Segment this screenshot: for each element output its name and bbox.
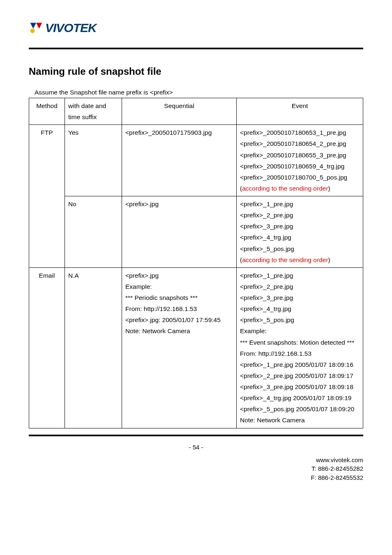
header-sequential: Sequential: [122, 98, 237, 125]
cell-sequential: <prefix>_20050107175903.jpg: [122, 125, 237, 196]
event-note: (according to the sending order): [240, 183, 360, 194]
event-line: <prefix>_2_pre.jpg 2005/01/07 18:09:17: [240, 370, 360, 381]
seq-line: Note: Network Camera: [125, 325, 233, 336]
divider-top: [29, 48, 363, 49]
event-line: <prefix>_1_pre.jpg: [240, 198, 360, 210]
event-line: <prefix>_4_trg.jpg: [240, 303, 360, 314]
footer-contact: www.vivotek.com T: 886-2-82455282 F: 886…: [29, 456, 363, 482]
cell-event: <prefix>_1_pre.jpg <prefix>_2_pre.jpg <p…: [237, 196, 363, 268]
divider-bottom: [29, 435, 363, 436]
event-note-red: according to the sending order: [242, 256, 328, 263]
event-line: <prefix>_4_trg.jpg 2005/01/07 18:09:19: [240, 392, 360, 403]
seq-line: <prefix>.jpg: 2005/01/07 17:59:45: [125, 314, 233, 325]
header-method: Method: [29, 98, 65, 125]
assume-text: Assume the Snapshot file name prefix is …: [35, 89, 363, 96]
seq-line: *** Periodic snapshots ***: [125, 292, 233, 303]
cell-suffix: Yes: [65, 125, 122, 196]
seq-line: From: http://192.168.1.53: [125, 303, 233, 314]
event-line: <prefix>_1_pre.jpg 2005/01/07 18:09:16: [240, 359, 360, 370]
event-note-red: according to the sending order: [242, 185, 328, 192]
event-line: <prefix>_4_trg.jpg: [240, 232, 360, 243]
header-suffix: with date and time suffix: [65, 98, 122, 125]
event-line: <prefix>_20050107180655_3_pre.jpg: [240, 150, 360, 161]
table-row: No <prefix>.jpg <prefix>_1_pre.jpg <pref…: [29, 196, 363, 268]
event-line: <prefix>_20050107180654_2_pre.jpg: [240, 138, 360, 149]
event-line: <prefix>_3_pre.jpg: [240, 292, 360, 303]
footer-fax: F: 886-2-82455532: [29, 473, 363, 482]
vivotek-logo-icon: [29, 21, 44, 35]
event-line: *** Event snapshots: Motion detected ***: [240, 337, 360, 348]
cell-suffix: N.A: [65, 267, 122, 428]
page-number: - 54 -: [29, 444, 363, 451]
event-line: <prefix>_3_pre.jpg: [240, 221, 360, 232]
footer-url: www.vivotek.com: [29, 456, 363, 465]
event-line: <prefix>_2_pre.jpg: [240, 281, 360, 292]
svg-marker-1: [36, 23, 42, 28]
event-line: <prefix>_20050107180700_5_pos.jpg: [240, 172, 360, 183]
svg-marker-0: [30, 23, 36, 28]
table-row: FTP Yes <prefix>_20050107175903.jpg <pre…: [29, 125, 363, 196]
event-line: <prefix>_20050107180659_4_trg.jpg: [240, 161, 360, 172]
document-page: VIVOTEK Naming rule of snapshot file Ass…: [0, 0, 392, 495]
header-event: Event: [237, 98, 363, 125]
cell-method: Email: [29, 267, 65, 428]
event-line: Example:: [240, 325, 360, 336]
svg-point-2: [30, 29, 35, 33]
event-line: <prefix>_3_pre.jpg 2005/01/07 18:09:18: [240, 381, 360, 392]
event-line: <prefix>_1_pre.jpg: [240, 270, 360, 281]
seq-line: Example:: [125, 281, 233, 292]
table-header-row: Method with date and time suffix Sequent…: [29, 98, 363, 125]
naming-rule-table: Method with date and time suffix Sequent…: [29, 98, 363, 428]
section-title: Naming rule of snapshot file: [29, 66, 363, 77]
footer-tel: T: 886-2-82455282: [29, 464, 363, 473]
cell-sequential: <prefix>.jpg Example: *** Periodic snaps…: [122, 267, 237, 428]
seq-line: <prefix>.jpg: [125, 270, 233, 281]
cell-method: FTP: [29, 125, 65, 268]
cell-event: <prefix>_1_pre.jpg <prefix>_2_pre.jpg <p…: [237, 267, 363, 428]
event-line: <prefix>_5_pos.jpg 2005/01/07 18:09:20: [240, 403, 360, 415]
logo-area: VIVOTEK: [29, 21, 363, 35]
logo-text: VIVOTEK: [45, 21, 97, 35]
paren: ): [328, 185, 330, 192]
cell-sequential: <prefix>.jpg: [122, 196, 237, 268]
event-line: Note: Network Camera: [240, 415, 360, 426]
paren: ): [328, 256, 330, 263]
event-line: <prefix>_5_pos.jpg: [240, 314, 360, 325]
cell-suffix: No: [65, 196, 122, 268]
table-row: Email N.A <prefix>.jpg Example: *** Peri…: [29, 267, 363, 428]
event-line: <prefix>_5_pos.jpg: [240, 243, 360, 254]
cell-event: <prefix>_20050107180653_1_pre.jpg <prefi…: [237, 125, 363, 196]
event-line: From: http://192.168.1.53: [240, 348, 360, 359]
event-line: <prefix>_20050107180653_1_pre.jpg: [240, 127, 360, 138]
event-note: (according to the sending order): [240, 254, 360, 265]
event-line: <prefix>_2_pre.jpg: [240, 210, 360, 221]
